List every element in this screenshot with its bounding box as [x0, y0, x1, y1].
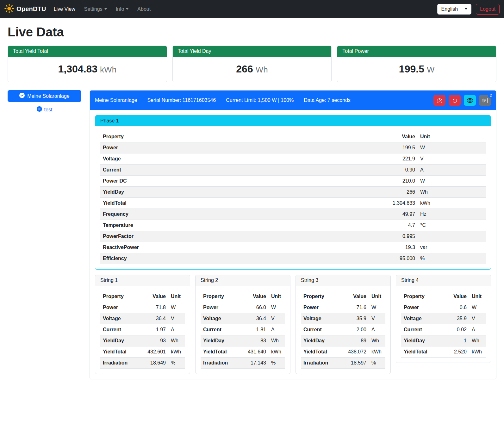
language-select[interactable]: English: [437, 4, 471, 15]
value-cell: 4.7: [364, 220, 418, 231]
event-log-button[interactable]: 2: [479, 95, 491, 106]
card-title: Total Yield Total: [8, 46, 167, 57]
property-cell: Power: [201, 302, 242, 313]
value-cell: 266: [364, 187, 418, 198]
property-cell: Voltage: [201, 313, 242, 324]
table-row: Current1.81A: [201, 324, 285, 335]
string-title: String 4: [396, 275, 491, 286]
brand-label: OpenDTU: [16, 5, 46, 13]
unit-cell: A: [418, 165, 486, 176]
inverter-current-limit: Current Limit: 1,500 W | 100%: [226, 97, 294, 103]
value-cell: 95.000: [364, 253, 418, 264]
unit-cell: W: [369, 302, 385, 313]
value-cell: 18.649: [142, 358, 168, 369]
nav-about[interactable]: About: [133, 4, 155, 15]
value-cell: 71.8: [142, 302, 168, 313]
brand[interactable]: OpenDTU: [4, 4, 46, 15]
table-row: YieldTotal432.601kWh: [100, 346, 185, 358]
sidebar-item-label: Meine Solaranlage: [27, 93, 69, 99]
inverter-actions: 2: [433, 95, 491, 106]
table-row: Voltage35.9V: [301, 313, 385, 324]
property-cell: Irradiation: [100, 358, 142, 369]
unit-cell: kWh: [469, 346, 486, 358]
value-cell: 0.6: [443, 302, 469, 313]
device-info-button[interactable]: [464, 95, 476, 106]
strings-row: String 1 Property Value Unit: [95, 275, 491, 374]
col-property: Property: [401, 291, 443, 302]
table-row: Current0.02A: [401, 324, 486, 335]
table-row: Efficiency95.000%: [100, 253, 486, 264]
property-cell: Power: [100, 302, 142, 313]
nav-info[interactable]: Info: [111, 4, 133, 15]
sidebar-item-meine-solaranlage[interactable]: Meine Solaranlage: [8, 90, 81, 102]
property-cell: YieldDay: [301, 335, 342, 346]
property-cell: Power: [100, 142, 364, 153]
nav-settings[interactable]: Settings: [80, 4, 111, 15]
caret-down-icon: [126, 8, 128, 10]
table-row: Power66.0W: [201, 302, 285, 313]
col-value: Value: [142, 291, 168, 302]
cpu-icon: [467, 98, 473, 103]
col-property: Property: [100, 291, 142, 302]
speedometer-icon: [437, 98, 442, 103]
sidebar-item-test[interactable]: test: [8, 106, 81, 113]
navbar-right: English Logout: [437, 4, 500, 15]
unit-cell: Wh: [469, 335, 486, 346]
unit-cell: A: [269, 324, 285, 335]
value-cell: 1.81: [242, 324, 269, 335]
property-cell: Efficiency: [100, 253, 364, 264]
unit-cell: Hz: [418, 209, 486, 220]
unit-cell: Wh: [369, 335, 385, 346]
table-row: Current1.97A: [100, 324, 185, 335]
unit-cell: A: [469, 324, 486, 335]
limit-settings-button[interactable]: [433, 95, 445, 106]
value-cell: 438.072: [342, 346, 369, 358]
total-power-card: Total Power 199.5W: [337, 46, 496, 82]
logout-button[interactable]: Logout: [476, 4, 500, 15]
main-nav: Live View Settings Info About: [49, 4, 155, 15]
main-row: Meine Solaranlage test Meine Solaranlage…: [8, 90, 496, 379]
unit-cell: Wh: [168, 335, 185, 346]
unit-cell: var: [418, 242, 486, 253]
page-content: Live Data Total Yield Total 1,304.83kWh …: [0, 18, 504, 388]
string-body: Property Value Unit Power71.6WVoltage35.…: [296, 286, 390, 374]
unit-cell: kWh: [418, 198, 486, 209]
unit-cell: Wh: [418, 187, 486, 198]
property-cell: PowerFactor: [100, 231, 364, 242]
value-cell: 2.520: [443, 346, 469, 358]
unit-cell: °C: [418, 220, 486, 231]
table-row: Frequency49.97Hz: [100, 209, 486, 220]
phase-title: Phase 1: [95, 115, 491, 126]
unit-cell: %: [369, 358, 385, 369]
col-unit: Unit: [269, 291, 285, 302]
table-row: YieldTotal438.072kWh: [301, 346, 385, 358]
inverter-data-age: Data Age: 7 seconds: [304, 97, 351, 103]
value-cell: 71.6: [342, 302, 369, 313]
table-row: YieldTotal2.520kWh: [401, 346, 486, 358]
string-body: Property Value Unit Power71.8WVoltage36.…: [95, 286, 190, 374]
phase-body: Property Value Unit Power199.5WVoltage22…: [95, 126, 491, 269]
table-row: Power DC210.0W: [100, 176, 486, 187]
table-row: Current2.00A: [301, 324, 385, 335]
inverter-body: Phase 1 Property Value Unit P: [90, 110, 496, 379]
value-cell: 1: [443, 335, 469, 346]
check-circle-icon: [19, 93, 25, 99]
value-cell: 93: [142, 335, 168, 346]
property-cell: YieldDay: [401, 335, 443, 346]
unit-cell: W: [269, 302, 285, 313]
language-value: English: [441, 6, 458, 12]
value-cell: 432.601: [142, 346, 168, 358]
table-row: ReactivePower19.3var: [100, 242, 486, 253]
table-header-row: Property Value Unit: [100, 291, 185, 302]
unit-cell: %: [269, 358, 285, 369]
unit-cell: V: [168, 313, 185, 324]
inverter-serial: Serial Number: 116171603546: [147, 97, 216, 103]
property-cell: ReactivePower: [100, 242, 364, 253]
property-cell: Current: [401, 324, 443, 335]
power-button[interactable]: [449, 95, 461, 106]
nav-live-view[interactable]: Live View: [49, 4, 80, 15]
power-icon: [452, 98, 457, 103]
property-cell: YieldDay: [100, 187, 364, 198]
property-cell: Voltage: [100, 153, 364, 165]
unit-cell: W: [168, 302, 185, 313]
